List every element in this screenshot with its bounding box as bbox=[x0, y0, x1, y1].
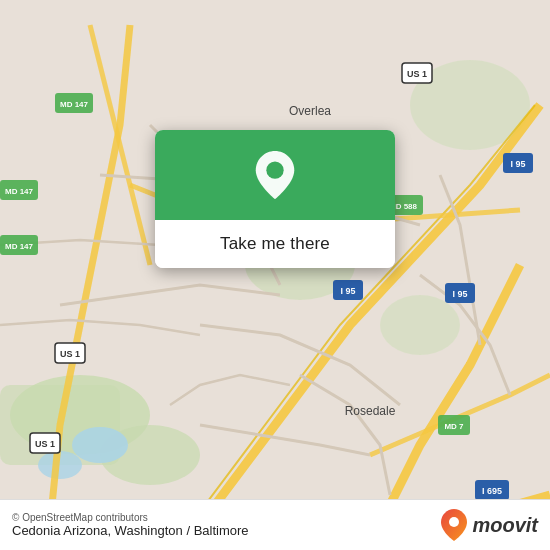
svg-text:MD 147: MD 147 bbox=[5, 242, 34, 251]
location-pin-icon bbox=[253, 149, 297, 201]
map-container: I 95 I 95 I 95 I 695 US 1 US 1 MD 147 MD… bbox=[0, 0, 550, 550]
svg-text:I 695: I 695 bbox=[482, 486, 502, 496]
popup-card: Take me there bbox=[155, 130, 395, 268]
svg-point-36 bbox=[449, 517, 459, 527]
svg-point-7 bbox=[72, 427, 128, 463]
location-name: Cedonia Arizona, Washington / Baltimore bbox=[12, 523, 249, 538]
svg-text:MD 147: MD 147 bbox=[5, 187, 34, 196]
popup-icon-area bbox=[155, 130, 395, 220]
copyright-text: © OpenStreetMap contributors bbox=[12, 512, 249, 523]
svg-text:MD 7: MD 7 bbox=[444, 422, 464, 431]
svg-text:I 95: I 95 bbox=[510, 159, 525, 169]
svg-point-6 bbox=[380, 295, 460, 355]
moovit-logo: moovit bbox=[440, 508, 538, 542]
svg-point-35 bbox=[266, 162, 283, 179]
take-me-there-button[interactable]: Take me there bbox=[155, 220, 395, 268]
svg-text:US 1: US 1 bbox=[35, 439, 55, 449]
svg-text:Rosedale: Rosedale bbox=[345, 404, 396, 418]
map-background: I 95 I 95 I 95 I 695 US 1 US 1 MD 147 MD… bbox=[0, 0, 550, 550]
svg-text:Overlea: Overlea bbox=[289, 104, 331, 118]
bottom-left: © OpenStreetMap contributors Cedonia Ari… bbox=[12, 512, 249, 538]
svg-text:I 95: I 95 bbox=[452, 289, 467, 299]
svg-text:MD 147: MD 147 bbox=[60, 100, 89, 109]
svg-text:I 95: I 95 bbox=[340, 286, 355, 296]
svg-text:US 1: US 1 bbox=[60, 349, 80, 359]
bottom-bar: © OpenStreetMap contributors Cedonia Ari… bbox=[0, 499, 550, 550]
svg-text:US 1: US 1 bbox=[407, 69, 427, 79]
moovit-pin-icon bbox=[440, 508, 468, 542]
moovit-text: moovit bbox=[472, 514, 538, 537]
